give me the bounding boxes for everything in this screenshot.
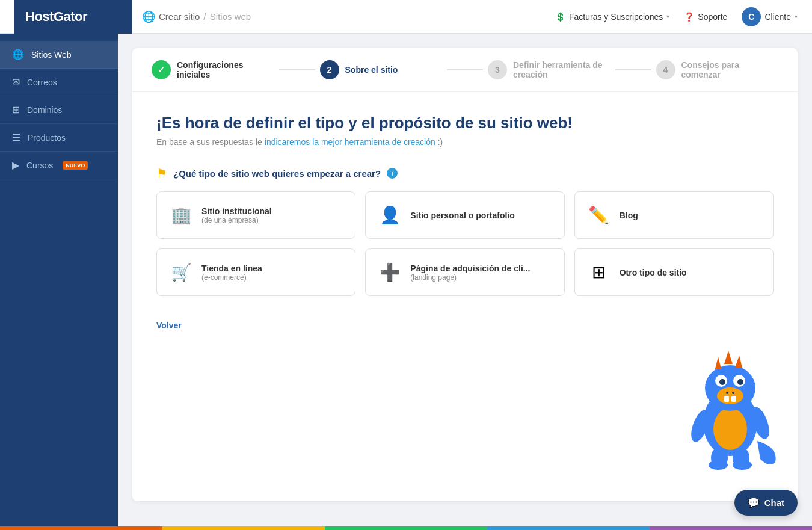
bar-segment-3 xyxy=(325,526,487,530)
step-label-4: Consejos para comenzar xyxy=(681,60,779,79)
avatar: C xyxy=(742,7,761,26)
svg-point-6 xyxy=(737,379,743,385)
sidebar-item-cursos[interactable]: ▶ Cursos NUEVO xyxy=(0,152,118,179)
chevron-down-icon: ▾ xyxy=(795,13,798,20)
content-area: ¡Es hora de definir el tipo y el propósi… xyxy=(132,92,798,501)
step-circle-3: 3 xyxy=(488,60,507,79)
flag-icon: ⚑ xyxy=(156,166,167,180)
option-sub: (de una empresa) xyxy=(201,216,272,224)
main-content: ✓ Configuraciones iniciales 2 Sobre el s… xyxy=(118,34,812,530)
sidebar-item-label: Dominios xyxy=(27,105,62,115)
play-icon: ▶ xyxy=(12,159,19,171)
chat-icon: 💬 xyxy=(748,497,760,508)
sidebar-item-dominios[interactable]: ⊞ Dominios xyxy=(0,96,118,124)
svg-point-1 xyxy=(713,408,747,450)
svg-point-7 xyxy=(717,387,743,404)
logo: HostGator xyxy=(14,0,132,34)
sidebar-item-label: Sitios Web xyxy=(31,50,72,60)
option-sub: (landing page) xyxy=(410,273,530,282)
chevron-down-icon: ▾ xyxy=(666,13,669,20)
chat-button[interactable]: 💬 Chat xyxy=(734,490,798,516)
step-divider-3 xyxy=(615,69,651,70)
breadcrumb-separator: / xyxy=(203,11,206,22)
step-1: ✓ Configuraciones iniciales xyxy=(152,60,274,79)
options-grid: 🏢 Sitio institucional (de una empresa) 👤… xyxy=(156,191,774,296)
soporte-label: Soporte xyxy=(698,12,727,22)
option-title: Blog xyxy=(620,211,638,220)
step-label-2: Sobre el sitio xyxy=(345,65,398,75)
step-divider-2 xyxy=(447,69,483,70)
svg-marker-14 xyxy=(715,357,721,369)
mascot xyxy=(682,345,778,465)
sidebar-item-label: Productos xyxy=(28,133,66,143)
option-landing[interactable]: ➕ Página de adquisición de cli... (landi… xyxy=(365,248,564,296)
option-otro[interactable]: ⊞ Otro tipo de sitio xyxy=(574,248,774,296)
soporte-icon: ❓ xyxy=(684,12,694,22)
option-personal[interactable]: 👤 Sitio personal o portafolio xyxy=(365,191,564,239)
page-title: ¡Es hora de definir el tipo y el propósi… xyxy=(156,114,774,132)
option-institucional[interactable]: 🏢 Sitio institucional (de una empresa) xyxy=(156,191,355,239)
step-circle-1: ✓ xyxy=(152,60,171,79)
facturas-button[interactable]: 💲 Facturas y Suscripciones ▾ xyxy=(555,12,669,22)
svg-point-20 xyxy=(733,460,752,470)
option-title: Página de adquisición de cli... xyxy=(410,263,530,273)
page-subtitle: En base a sus respuestas le indicaremos … xyxy=(156,137,774,147)
info-icon[interactable]: i xyxy=(387,168,398,179)
bottom-bar xyxy=(0,526,812,530)
sidebar-item-correos[interactable]: ✉ Correos xyxy=(0,69,118,96)
domain-icon: ⊞ xyxy=(12,104,20,116)
bar-segment-4 xyxy=(487,526,650,530)
globe-icon: 🌐 xyxy=(12,49,24,60)
svg-point-5 xyxy=(719,379,725,385)
bar-segment-2 xyxy=(162,526,325,530)
option-title: Sitio personal o portafolio xyxy=(410,211,514,220)
facturas-label: Facturas y Suscripciones xyxy=(569,12,663,22)
question-text: ¿Qué tipo de sitio web quieres empezar a… xyxy=(173,168,381,179)
blog-icon: ✏️ xyxy=(587,205,611,225)
layout: 🌐 Sitios Web ✉ Correos ⊞ Dominios ☰ Prod… xyxy=(0,34,812,530)
option-sub: (e-commerce) xyxy=(201,273,262,282)
globe-icon: 🌐 xyxy=(142,10,155,23)
svg-point-11 xyxy=(732,392,734,394)
option-text: Sitio institucional (de una empresa) xyxy=(201,206,272,224)
svg-rect-9 xyxy=(731,396,736,402)
step-circle-4: 4 xyxy=(656,60,675,79)
breadcrumb-link[interactable]: Crear sitio xyxy=(159,11,200,22)
step-3: 3 Definir herramienta de creación xyxy=(488,60,611,79)
step-divider-1 xyxy=(279,69,315,70)
person-icon: 👤 xyxy=(378,205,402,225)
option-text: Sitio personal o portafolio xyxy=(410,211,514,220)
sidebar: 🌐 Sitios Web ✉ Correos ⊞ Dominios ☰ Prod… xyxy=(0,34,118,530)
stepper: ✓ Configuraciones iniciales 2 Sobre el s… xyxy=(132,48,798,92)
breadcrumb-active: Sitios web xyxy=(210,11,251,22)
step-label-1: Configuraciones iniciales xyxy=(177,60,274,79)
option-text: Página de adquisición de cli... (landing… xyxy=(410,263,530,282)
sidebar-item-productos[interactable]: ☰ Productos xyxy=(0,124,118,152)
option-title: Sitio institucional xyxy=(201,206,272,216)
option-blog[interactable]: ✏️ Blog xyxy=(574,191,774,239)
step-4: 4 Consejos para comenzar xyxy=(656,60,779,79)
mail-icon: ✉ xyxy=(12,76,20,88)
cliente-label: Cliente xyxy=(764,12,791,22)
bar-segment-1 xyxy=(0,526,162,530)
cliente-button[interactable]: C Cliente ▾ xyxy=(742,7,798,26)
svg-point-19 xyxy=(709,460,728,470)
bar-segment-5 xyxy=(650,526,812,530)
facturas-icon: 💲 xyxy=(555,12,565,22)
chat-label: Chat xyxy=(764,498,784,508)
svg-point-10 xyxy=(726,392,728,394)
volver-button[interactable]: Volver xyxy=(156,321,182,330)
svg-marker-15 xyxy=(724,351,733,364)
landing-icon: ➕ xyxy=(378,262,402,282)
option-text: Blog xyxy=(620,211,638,220)
sidebar-item-label: Cursos xyxy=(26,161,53,170)
svg-rect-8 xyxy=(724,396,729,402)
soporte-button[interactable]: ❓ Soporte xyxy=(684,12,727,22)
logo-text: HostGator xyxy=(25,9,87,25)
new-badge: NUEVO xyxy=(63,161,88,170)
option-text: Tienda en línea (e-commerce) xyxy=(201,263,262,282)
sidebar-item-sitios-web[interactable]: 🌐 Sitios Web xyxy=(0,41,118,69)
other-icon: ⊞ xyxy=(587,262,611,282)
option-text: Otro tipo de sitio xyxy=(620,268,687,277)
option-ecommerce[interactable]: 🛒 Tienda en línea (e-commerce) xyxy=(156,248,355,296)
